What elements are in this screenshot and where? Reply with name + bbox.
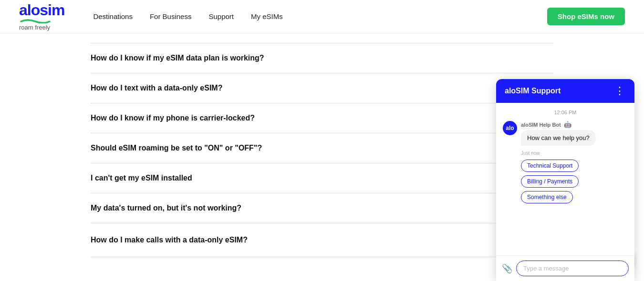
- chat-option-something-else[interactable]: Something else: [521, 191, 573, 203]
- faq-question-4: Should eSIM roaming be set to "ON" or "O…: [91, 144, 262, 152]
- faq-question-2: How do I text with a data-only eSIM?: [91, 84, 222, 92]
- faq-item-2[interactable]: How do I text with a data-only eSIM?: [91, 73, 553, 103]
- faq-item-4[interactable]: Should eSIM roaming be set to "ON" or "O…: [91, 133, 553, 163]
- chat-menu-icon[interactable]: ⋮: [614, 86, 626, 96]
- faq-item-1[interactable]: How do I know if my eSIM data plan is wo…: [91, 43, 553, 73]
- faq-question-7: How do I make calls with a data-only eSI…: [91, 236, 248, 244]
- chat-message-row: alo aloSIM Help Bot 🤖 How can we help yo…: [503, 121, 628, 146]
- faq-item-7[interactable]: How do I make calls with a data-only eSI…: [91, 223, 553, 257]
- chat-message-input[interactable]: [516, 261, 629, 276]
- chat-header: aloSIM Support ⋮: [496, 79, 634, 103]
- chat-option-billing[interactable]: Billing / Payments: [521, 175, 579, 188]
- nav-my-esims[interactable]: My eSIMs: [251, 12, 283, 20]
- bot-avatar: alo: [503, 121, 517, 135]
- main-nav: Destinations For Business Support My eSI…: [93, 12, 547, 20]
- chat-options: Technical Support Billing / Payments Som…: [521, 160, 628, 203]
- shop-esims-button[interactable]: Shop eSIMs now: [547, 8, 625, 25]
- nav-support[interactable]: Support: [208, 12, 234, 20]
- nav-destinations[interactable]: Destinations: [93, 12, 133, 20]
- chat-option-technical-support[interactable]: Technical Support: [521, 160, 579, 172]
- logo-link[interactable]: alosim roam freely: [19, 2, 64, 31]
- chat-just-now-label: Just now: [521, 151, 628, 156]
- chat-timestamp: 12:06 PM: [503, 110, 628, 115]
- bot-robot-icon: 🤖: [564, 121, 571, 128]
- faq-item-3[interactable]: How do I know if my phone is carrier-loc…: [91, 103, 553, 133]
- faq-question-3: How do I know if my phone is carrier-loc…: [91, 114, 255, 122]
- chat-bot-bubble: How can we help you?: [521, 130, 596, 146]
- chat-input-area: 📎: [496, 255, 634, 276]
- chat-header-title: aloSIM Support: [505, 87, 561, 95]
- logo-tagline: roam freely: [19, 24, 50, 31]
- logo-wave-icon: [19, 18, 52, 23]
- bot-name: aloSIM Help Bot: [521, 122, 561, 128]
- faq-question-1: How do I know if my eSIM data plan is wo…: [91, 54, 264, 62]
- faq-item-6[interactable]: My data's turned on, but it's not workin…: [91, 193, 553, 223]
- nav-for-business[interactable]: For Business: [150, 12, 192, 20]
- bot-name-row: aloSIM Help Bot 🤖: [521, 121, 596, 128]
- attach-icon[interactable]: 📎: [502, 263, 512, 274]
- faq-question-5: I can't get my eSIM installed: [91, 174, 192, 182]
- faq-question-6: My data's turned on, but it's not workin…: [91, 204, 241, 212]
- chat-widget: aloSIM Support ⋮ 12:06 PM alo aloSIM Hel…: [496, 79, 634, 276]
- site-header: alosim roam freely Destinations For Busi…: [0, 0, 644, 33]
- faq-item-5[interactable]: I can't get my eSIM installed: [91, 163, 553, 193]
- chat-body: 12:06 PM alo aloSIM Help Bot 🤖 How can w…: [496, 103, 634, 255]
- chat-bubble-area: aloSIM Help Bot 🤖 How can we help you?: [521, 121, 596, 146]
- logo-text: alosim: [19, 2, 64, 18]
